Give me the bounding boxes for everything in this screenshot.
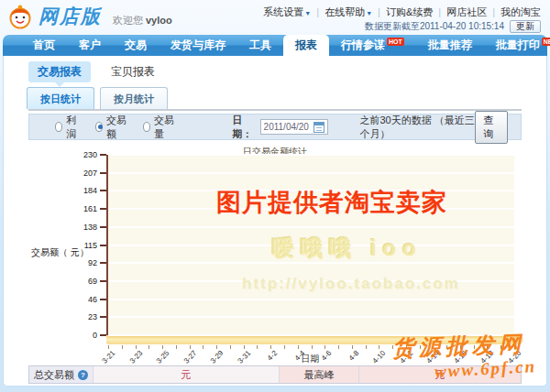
x-tick	[460, 345, 461, 349]
y-tick-label: 92	[88, 258, 97, 267]
x-tick	[338, 345, 339, 349]
y-tick	[100, 280, 106, 282]
x-tick	[230, 345, 231, 349]
date-value: 2011/04/20	[264, 122, 309, 132]
stat-tab-0[interactable]: 按日统计	[27, 87, 94, 109]
summary-label: 总交易额	[34, 368, 74, 382]
y-tick-label: 184	[83, 186, 97, 195]
y-tick	[100, 172, 106, 174]
nav-tab-4[interactable]: 工具	[237, 35, 283, 56]
date-input[interactable]: 2011/04/20	[260, 119, 329, 135]
x-tick	[148, 345, 149, 349]
radio-label: 交易额	[106, 114, 127, 141]
chevron-down-icon: ▼	[366, 10, 372, 16]
y-tick	[100, 262, 106, 264]
gridline	[108, 245, 514, 246]
radio-option-1[interactable]: 交易额	[95, 114, 128, 141]
x-tick	[352, 345, 353, 349]
gridline	[108, 190, 514, 191]
header-links: 系统设置▼|在线帮助▼|订购&续费|网店社区|我的淘宝	[263, 5, 541, 19]
gridline	[108, 280, 514, 282]
link-separator: |	[492, 6, 495, 17]
query-button[interactable]: 查询	[475, 111, 508, 144]
top-banner: 网店版 欢迎您vyloo 系统设置▼|在线帮助▼|订购&续费|网店社区|我的淘宝…	[0, 0, 550, 35]
y-tick	[100, 316, 106, 318]
subnav-tab-1[interactable]: 宝贝报表	[102, 61, 164, 82]
x-tick	[203, 345, 204, 349]
app-logo: 网店版	[38, 4, 102, 29]
badge-hot: HOT	[387, 38, 404, 46]
gridline	[108, 316, 514, 318]
y-tick-label: 23	[88, 312, 97, 321]
y-tick-label: 138	[83, 223, 97, 232]
y-tick-label: 207	[83, 169, 97, 178]
plot-area: 2302071841611381159269462303-213-233-253…	[106, 155, 514, 335]
range-note: 之前30天的数据 （最近三个月）	[359, 114, 475, 141]
x-tick	[312, 345, 313, 349]
summary-value: 元	[182, 368, 192, 382]
report-subnav: 交易报表宝贝报表	[28, 61, 175, 82]
nav-tab-1[interactable]: 客户	[67, 35, 113, 56]
header-link[interactable]: 在线帮助▼	[324, 6, 372, 17]
header-link[interactable]: 网店社区	[446, 6, 487, 17]
y-tick	[100, 190, 106, 191]
y-tick-label: 115	[84, 241, 97, 250]
nav-tab-7[interactable]: 批量推荐	[416, 35, 484, 56]
summary-row: 总交易额?元最高峰元	[28, 365, 522, 384]
link-separator: |	[316, 6, 319, 17]
y-tick	[100, 208, 106, 210]
chart-area: 日交易金额统计 交易额（ 元） 230207184161138115926946…	[28, 144, 522, 364]
nav-tab-5[interactable]: 报表	[283, 35, 329, 56]
x-tick	[257, 345, 258, 349]
help-icon[interactable]: ?	[78, 370, 88, 380]
x-axis-label: 日期	[106, 353, 514, 365]
subnav-tab-0[interactable]: 交易报表	[28, 61, 91, 82]
content-card: 交易报表宝贝报表 按日统计按月统计 利润交易额交易量 日期： 2011/04/2…	[3, 56, 547, 387]
y-tick	[100, 245, 106, 246]
date-label: 日期：	[232, 114, 256, 141]
y-tick	[100, 226, 106, 228]
y-tick-label: 161	[83, 204, 97, 213]
data-update-row: 数据更新截至2011-04-20 10:15:14 更新	[365, 20, 541, 33]
y-axis-label: 交易额（ 元）	[31, 246, 89, 259]
x-tick	[284, 345, 285, 349]
x-tick	[108, 345, 109, 349]
main-nav: 首页客户交易发货与库存工具报表行情参谋HOT批量推荐批量打印NEW	[3, 35, 547, 56]
logo-area: 网店版 欢迎您vyloo	[7, 4, 172, 29]
radio-option-2[interactable]: 交易量	[143, 114, 176, 141]
x-tick	[514, 345, 515, 349]
gridline	[108, 172, 514, 174]
x-tick	[474, 345, 475, 349]
summary-label: 最高峰	[304, 368, 335, 382]
summary-value: 元	[435, 368, 446, 382]
stat-tab-1[interactable]: 按月统计	[100, 87, 168, 109]
gridline	[108, 208, 514, 210]
gridline	[108, 226, 514, 228]
calendar-icon[interactable]	[314, 122, 324, 133]
x-tick	[244, 345, 245, 349]
header-link[interactable]: 我的淘宝	[500, 6, 541, 17]
nav-tab-3[interactable]: 发货与库存	[159, 35, 237, 56]
y-tick	[100, 334, 106, 336]
header-link[interactable]: 系统设置▼	[263, 6, 311, 17]
x-tick	[176, 345, 177, 349]
radio-circle	[143, 122, 150, 132]
nav-tab-2[interactable]: 交易	[113, 35, 159, 56]
mascot-icon	[7, 4, 33, 29]
update-button[interactable]: 更新	[510, 20, 541, 33]
header-link[interactable]: 订购&续费	[386, 6, 433, 17]
nav-tab-0[interactable]: 首页	[21, 35, 67, 56]
y-tick-label: 46	[88, 295, 97, 304]
x-tick	[406, 345, 407, 349]
summary-value-cell: 元	[359, 366, 521, 383]
x-tick	[392, 345, 393, 349]
summary-value-cell: 元	[94, 366, 280, 383]
nav-tab-6[interactable]: 行情参谋HOT	[329, 35, 416, 56]
gridline	[108, 262, 514, 264]
y-tick-label: 0	[93, 331, 97, 340]
radio-option-0[interactable]: 利润	[55, 114, 81, 141]
link-separator: |	[378, 6, 380, 17]
summary-label-cell: 最高峰	[280, 366, 359, 383]
nav-tab-8[interactable]: 批量打印NEW	[484, 35, 550, 56]
y-tick	[100, 299, 106, 300]
